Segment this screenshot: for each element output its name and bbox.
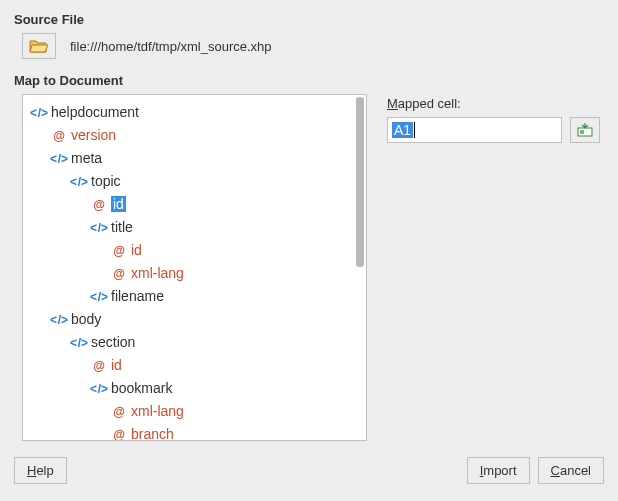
tree-node-label: id [131, 242, 142, 258]
xml-tree[interactable]: < />helpdocument@version< />meta< />topi… [22, 94, 367, 441]
cancel-button[interactable]: Cancel [538, 457, 604, 484]
mapped-cell-panel: Mapped cell: A1 [387, 94, 604, 143]
tree-node[interactable]: < />body [31, 308, 358, 331]
tree-node[interactable]: @xml-lang [31, 400, 358, 423]
dialog-footer: Help Import Cancel [14, 457, 604, 484]
source-file-path: file:///home/tdf/tmp/xml_source.xhp [70, 39, 272, 54]
tree-node-label: meta [71, 150, 102, 166]
import-button[interactable]: Import [467, 457, 530, 484]
help-button[interactable]: Help [14, 457, 67, 484]
mapped-cell-input[interactable]: A1 [387, 117, 562, 143]
mapped-cell-label: Mapped cell: [387, 96, 604, 111]
tree-node[interactable]: @branch [31, 423, 358, 441]
browse-source-button[interactable] [22, 33, 56, 59]
folder-open-icon [29, 38, 49, 54]
tree-node-label: id [111, 196, 126, 212]
mapped-cell-value: A1 [392, 122, 413, 138]
attribute-icon: @ [111, 263, 127, 285]
tree-node-label: topic [91, 173, 121, 189]
tree-node-label: body [71, 311, 101, 327]
tree-node[interactable]: < />bookmark [31, 377, 358, 400]
xml-source-dialog: Source File file:///home/tdf/tmp/xml_sou… [0, 0, 618, 496]
tree-node-label: xml-lang [131, 403, 184, 419]
tree-node[interactable]: < />title [31, 216, 358, 239]
tree-node[interactable]: @xml-lang [31, 262, 358, 285]
element-icon: < /> [51, 309, 67, 331]
tree-node[interactable]: < />helpdocument [31, 101, 358, 124]
element-icon: < /> [91, 378, 107, 400]
attribute-icon: @ [91, 194, 107, 216]
tree-node[interactable]: < />meta [31, 147, 358, 170]
tree-node[interactable]: < />filename [31, 285, 358, 308]
shrink-reference-icon [577, 123, 593, 137]
shrink-reference-button[interactable] [570, 117, 600, 143]
tree-node[interactable]: @version [31, 124, 358, 147]
tree-node-label: id [111, 357, 122, 373]
element-icon: < /> [51, 148, 67, 170]
source-file-heading: Source File [14, 12, 604, 27]
svg-rect-1 [580, 130, 584, 134]
source-file-row: file:///home/tdf/tmp/xml_source.xhp [22, 33, 604, 59]
tree-node[interactable]: @id [31, 193, 358, 216]
tree-node[interactable]: @id [31, 354, 358, 377]
tree-node-label: version [71, 127, 116, 143]
tree-node[interactable]: @id [31, 239, 358, 262]
tree-node-label: filename [111, 288, 164, 304]
element-icon: < /> [91, 286, 107, 308]
tree-node-label: section [91, 334, 135, 350]
element-icon: < /> [71, 332, 87, 354]
text-cursor [414, 122, 415, 138]
attribute-icon: @ [111, 240, 127, 262]
attribute-icon: @ [51, 125, 67, 147]
tree-node[interactable]: < />topic [31, 170, 358, 193]
attribute-icon: @ [91, 355, 107, 377]
element-icon: < /> [71, 171, 87, 193]
attribute-icon: @ [111, 424, 127, 441]
tree-node-label: xml-lang [131, 265, 184, 281]
map-to-document-heading: Map to Document [14, 73, 604, 88]
tree-node-label: bookmark [111, 380, 172, 396]
tree-node-label: title [111, 219, 133, 235]
element-icon: < /> [91, 217, 107, 239]
attribute-icon: @ [111, 401, 127, 423]
tree-node[interactable]: < />section [31, 331, 358, 354]
tree-node-label: helpdocument [51, 104, 139, 120]
tree-scrollbar[interactable] [356, 97, 364, 267]
tree-node-label: branch [131, 426, 174, 441]
element-icon: < /> [31, 102, 47, 124]
